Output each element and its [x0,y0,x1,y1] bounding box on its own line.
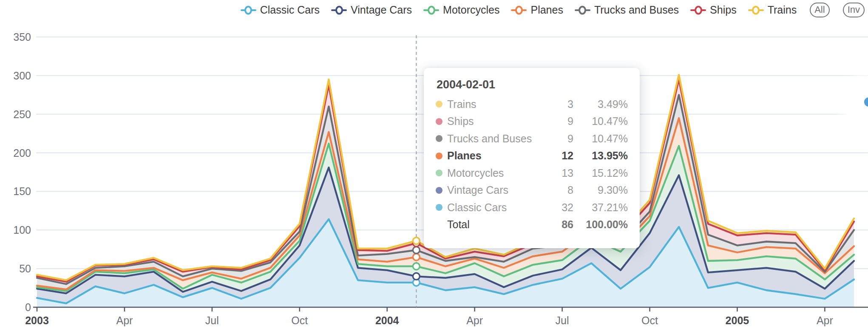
series-color-dot-icon [436,170,443,176]
y-axis-label-50: 50 [19,263,31,275]
hover-marker-trucks-and-buses [413,247,420,254]
legend-item-trucks-and-buses[interactable]: Trucks and Buses [575,4,679,16]
x-axis-label-Oct: Oct [641,314,658,326]
series-color-dot-icon [436,118,443,125]
series-color-dot-icon [436,101,443,108]
tooltip-total-value: 86 [541,218,573,231]
x-axis-label-Apr: Apr [817,314,833,326]
tooltip-date: 2004-02-01 [437,78,628,91]
tooltip-row-vintage-cars: Vintage Cars89.30% [436,182,628,199]
hover-marker-vintage-cars [413,273,420,280]
hover-marker-trains [413,238,420,244]
hover-marker-motorcycles [413,263,420,270]
legend: Classic CarsVintage CarsMotorcyclesPlane… [241,3,865,17]
stacked-area-chart-app: Classic CarsVintage CarsMotorcyclesPlane… [0,0,868,334]
tooltip-series-percent: 15.12% [573,167,628,179]
tooltip-total-label: Total [446,218,541,231]
x-axis-label-Oct: Oct [291,314,308,326]
series-color-dot-icon [436,135,443,142]
legend-line-marker-icon [423,6,439,15]
legend-line-marker-icon [575,6,590,15]
legend-line-marker-icon [241,6,256,15]
tooltip-series-value: 9 [541,115,573,127]
tooltip-series-percent: 13.95% [573,150,628,162]
tooltip-series-name: Vintage Cars [446,184,541,196]
x-axis-label-Apr: Apr [116,314,133,326]
legend-item-label: Vintage Cars [351,4,412,16]
legend-item-trains[interactable]: Trains [748,4,797,16]
legend-item-label: Ships [710,4,737,16]
tooltip-series-percent: 10.47% [573,133,628,145]
hover-marker-planes [413,254,420,260]
tooltip-row-trucks-and-buses: Trucks and Buses910.47% [436,130,628,147]
legend-item-planes[interactable]: Planes [511,4,563,16]
y-axis-label-0: 0 [25,301,31,313]
tooltip-series-percent: 10.47% [573,115,628,127]
y-axis-label-100: 100 [13,224,31,236]
x-axis-label-2005: 2005 [726,314,749,326]
legend-item-ships[interactable]: Ships [690,4,737,16]
tooltip: 2004-02-01 Trains33.49%Ships910.47%Truck… [424,68,640,248]
legend-item-label: Trucks and Buses [594,4,679,16]
tooltip-series-percent: 37.21% [573,201,628,214]
tooltip-series-name: Trains [446,98,541,110]
legend-line-marker-icon [511,6,527,15]
tooltip-series-value: 8 [541,184,573,196]
series-color-dot-icon [436,187,443,194]
tooltip-series-value: 32 [541,201,573,214]
y-axis-label-150: 150 [13,185,31,197]
legend-line-marker-icon [690,6,706,15]
legend-item-motorcycles[interactable]: Motorcycles [423,4,499,16]
series-color-dot-icon [436,153,443,159]
tooltip-series-name: Planes [446,150,541,162]
y-axis-label-250: 250 [13,108,31,120]
tooltip-row-motorcycles: Motorcycles1315.12% [436,164,628,182]
legend-item-label: Planes [530,4,563,16]
tooltip-series-name: Trucks and Buses [446,133,541,145]
legend-items: Classic CarsVintage CarsMotorcyclesPlane… [241,4,797,16]
legend-item-classic-cars[interactable]: Classic Cars [241,4,320,16]
series-color-dot-icon [436,204,443,211]
legend-item-label: Trains [768,4,797,16]
tooltip-series-value: 12 [541,150,573,162]
tooltip-series-value: 13 [541,167,573,179]
tooltip-series-percent: 9.30% [573,184,628,196]
y-axis-label-300: 300 [13,70,31,82]
tooltip-series-name: Ships [446,115,541,127]
legend-item-label: Motorcycles [443,4,499,16]
tooltip-series-name: Classic Cars [446,201,541,214]
tooltip-rows: Trains33.49%Ships910.47%Trucks and Buses… [436,96,628,216]
legend-invert-button[interactable]: Inv [843,3,865,17]
y-axis-label-200: 200 [13,147,31,159]
x-axis-label-2003: 2003 [25,314,49,326]
tooltip-series-percent: 3.49% [573,98,628,110]
legend-item-vintage-cars[interactable]: Vintage Cars [331,4,412,16]
tooltip-row-planes: Planes1213.95% [436,147,628,165]
legend-item-label: Classic Cars [260,4,320,16]
y-axis-label-350: 350 [13,31,31,43]
tooltip-row-classic-cars: Classic Cars3237.21% [436,199,628,216]
tooltip-total-percent: 100.00% [573,218,628,231]
tooltip-total-row: Total 86 100.00% [436,216,628,234]
tooltip-series-value: 9 [541,133,573,145]
legend-line-marker-icon [748,6,764,15]
x-axis-label-Jul: Jul [556,314,569,326]
tooltip-series-name: Motorcycles [446,167,541,179]
legend-select-all-button[interactable]: All [810,3,829,17]
x-axis-label-Jul: Jul [205,314,219,326]
legend-line-marker-icon [331,6,347,15]
x-axis-label-Apr: Apr [466,314,483,326]
tooltip-row-ships: Ships910.47% [436,113,628,130]
x-axis-label-2004: 2004 [375,314,399,326]
tooltip-series-value: 3 [541,98,573,110]
tooltip-row-trains: Trains33.49% [436,96,628,113]
